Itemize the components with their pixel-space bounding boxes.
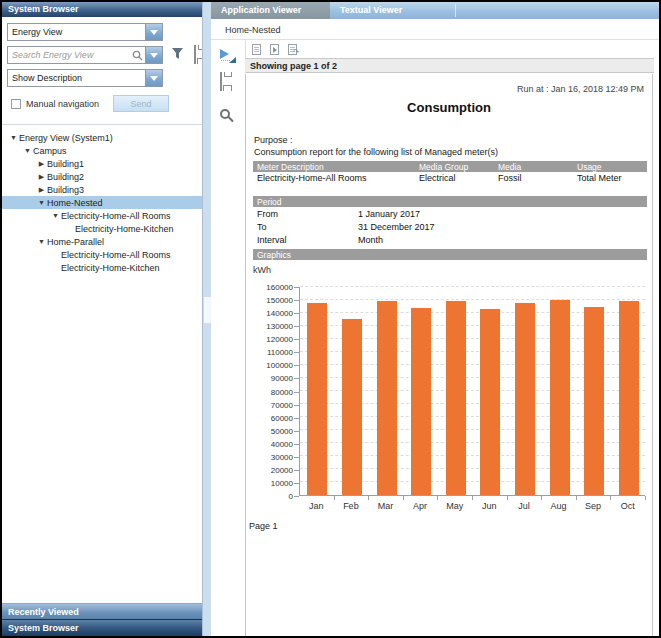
page-icon[interactable]: [252, 44, 261, 55]
manual-navigation-checkbox[interactable]: [11, 99, 21, 109]
tab-separator: [455, 4, 456, 17]
y-tick-label: 0: [253, 492, 293, 501]
app-window: System Browser Energy View: [0, 0, 661, 638]
tree-item-building1[interactable]: ▶Building1: [2, 157, 202, 170]
y-tick-mark: [294, 365, 299, 366]
zoom-icon[interactable]: [220, 105, 245, 123]
x-tick-mark: [507, 496, 508, 500]
chevron-expanded-icon[interactable]: ▼: [36, 238, 47, 245]
y-tick-mark: [294, 313, 299, 314]
period-rows: From1 January 2017To31 December 2017Inte…: [253, 209, 647, 248]
search-icon: [130, 47, 145, 63]
tree-item-label: Electricity-Home-All Rooms: [61, 250, 171, 260]
period-header-label: Period: [257, 197, 282, 207]
description-selector[interactable]: Show Description: [7, 69, 163, 87]
y-tick-mark: [294, 326, 299, 327]
tab-textual-viewer[interactable]: Textual Viewer: [330, 2, 449, 19]
tree-item-home-nested[interactable]: ▼Home-Nested: [2, 196, 202, 209]
meter-cell: Fossil: [498, 173, 522, 183]
report-title: Consumption: [246, 100, 652, 115]
view-selector-dropdown-button[interactable]: [145, 24, 162, 40]
system-browser-bar[interactable]: System Browser: [2, 619, 202, 636]
chevron-down-icon: [150, 53, 158, 58]
window-frame: System Browser Energy View: [2, 2, 659, 636]
tree-item-label: Home-Nested: [47, 198, 103, 208]
page-footer: Page 1: [249, 521, 278, 531]
period-row-label: Interval: [257, 235, 287, 245]
x-tick-mark: [645, 496, 646, 500]
chevron-collapsed-icon[interactable]: ▶: [36, 186, 47, 194]
tree-item-label: Energy View (System1): [19, 133, 113, 143]
bar-jul: [515, 303, 535, 495]
magnifier-icon: [220, 109, 230, 119]
meter-cell: Total Meter: [577, 173, 622, 183]
save-report-icon[interactable]: [220, 73, 245, 91]
period-row-label: From: [257, 209, 278, 219]
chevron-expanded-icon[interactable]: ▼: [8, 134, 19, 141]
save-filter-icon[interactable]: [194, 46, 196, 64]
y-tick-mark: [294, 444, 299, 445]
x-tick-label: May: [437, 501, 472, 511]
export-page-icon[interactable]: ↷: [288, 44, 297, 55]
x-tick-label: Mar: [368, 501, 403, 511]
tree-item-label: Building1: [47, 159, 84, 169]
run-report-icon[interactable]: [220, 49, 236, 63]
view-selector[interactable]: Energy View: [7, 23, 163, 41]
tree-item-electricity-home-all-rooms[interactable]: Electricity-Home-All Rooms: [2, 248, 202, 261]
send-button[interactable]: Send: [113, 95, 169, 112]
recently-viewed-bar[interactable]: Recently Viewed: [2, 603, 202, 619]
y-tick-label: 150000: [253, 296, 293, 305]
bar-jan: [307, 303, 327, 495]
y-tick-mark: [294, 405, 299, 406]
bottom-bars: Recently Viewed System Browser: [2, 603, 202, 636]
vertical-scrollbar[interactable]: [202, 2, 211, 636]
chevron-collapsed-icon[interactable]: ▶: [36, 173, 47, 181]
x-tick-mark: [334, 496, 335, 500]
search-input[interactable]: [8, 47, 130, 63]
play-page-icon[interactable]: [270, 44, 279, 55]
run-at-timestamp: Run at : Jan 16, 2018 12:49 PM: [517, 84, 644, 94]
graphics-header-label: Graphics: [257, 250, 291, 260]
purpose-label: Purpose :: [254, 135, 293, 145]
x-tick-mark: [403, 496, 404, 500]
chevron-expanded-icon[interactable]: ▼: [50, 212, 61, 219]
viewer-area: ↷ Showing page 1 of 2 Run at : Jan 16, 2…: [245, 41, 654, 636]
panel-title: System Browser: [2, 2, 202, 17]
period-header: Period: [253, 196, 647, 207]
meter-col-header: Media: [498, 162, 521, 172]
description-selector-dropdown-button[interactable]: [145, 70, 162, 86]
tree-item-electricity-home-kitchen[interactable]: Electricity-Home-Kitchen: [2, 261, 202, 274]
x-tick-label: Aug: [541, 501, 576, 511]
tree-item-campus[interactable]: ▼Campus: [2, 144, 202, 157]
tree-item-electricity-home-all-rooms[interactable]: ▼Electricity-Home-All Rooms: [2, 209, 202, 222]
tree-item-label: Building2: [47, 172, 84, 182]
chevron-expanded-icon[interactable]: ▼: [22, 147, 33, 154]
y-tick-label: 10000: [253, 479, 293, 488]
chevron-collapsed-icon[interactable]: ▶: [36, 160, 47, 168]
y-tick-label: 160000: [253, 283, 293, 292]
scrollbar-thumb[interactable]: [204, 297, 211, 323]
bar-jun: [480, 309, 500, 495]
tree-item-home-parallel[interactable]: ▼Home-Parallel: [2, 235, 202, 248]
description-selector-value: Show Description: [8, 70, 145, 86]
x-tick-mark: [368, 496, 369, 500]
play-triangle: [220, 49, 229, 59]
x-tick-label: Jan: [299, 501, 334, 511]
tree-item-building3[interactable]: ▶Building3: [2, 183, 202, 196]
y-tick-label: 40000: [253, 440, 293, 449]
tree-item-electricity-home-kitchen[interactable]: Electricity-Home-Kitchen: [2, 222, 202, 235]
meter-col-header: Usage: [577, 162, 602, 172]
manual-navigation-label: Manual navigation: [26, 99, 99, 109]
search-dropdown-button[interactable]: [145, 47, 162, 63]
filter-icon[interactable]: [171, 46, 184, 64]
y-tick-mark: [294, 431, 299, 432]
tab-application-viewer[interactable]: Application Viewer: [211, 2, 330, 19]
consumption-bar-chart: 0100002000030000400005000060000700008000…: [253, 279, 647, 517]
y-tick-label: 50000: [253, 427, 293, 436]
chevron-expanded-icon[interactable]: ▼: [36, 199, 47, 206]
page-toolbar: ↷: [245, 41, 654, 58]
y-tick-mark: [294, 483, 299, 484]
tree-item-building2[interactable]: ▶Building2: [2, 170, 202, 183]
y-tick-mark: [294, 339, 299, 340]
tree-item-energy-view-system1[interactable]: ▼Energy View (System1): [2, 131, 202, 144]
